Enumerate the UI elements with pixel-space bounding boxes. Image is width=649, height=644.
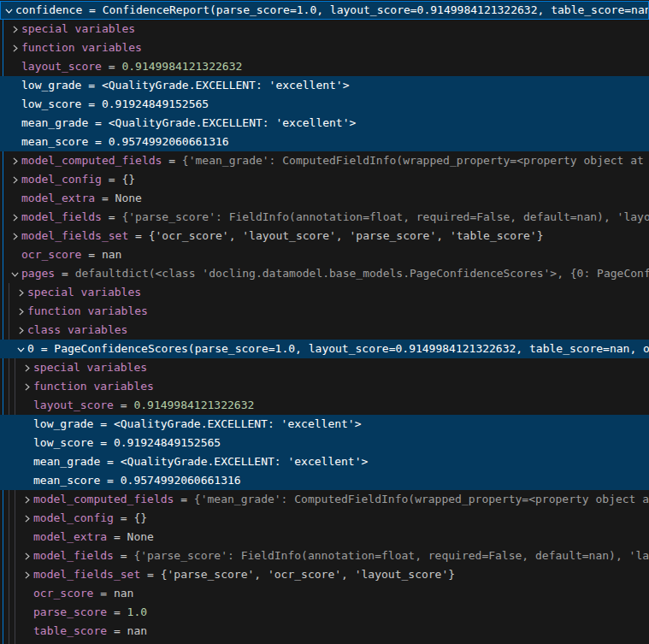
variable-name: mean_score: [33, 471, 100, 490]
chevron-right-icon[interactable]: [8, 170, 21, 189]
variable-row-model_config[interactable]: model_config = {}: [0, 170, 649, 189]
variable-row-model_config[interactable]: model_config = {}: [0, 509, 649, 528]
variable-value: 0.91924849152565: [114, 434, 221, 452]
chevron-right-icon[interactable]: [20, 509, 33, 528]
variable-name: low_score: [33, 434, 93, 452]
equals-sign: =: [107, 603, 127, 622]
variable-row-table_score[interactable]: table_score = nan: [0, 622, 649, 641]
variable-row-model_extra[interactable]: model_extra = None: [0, 189, 649, 208]
chevron-right-icon[interactable]: [8, 208, 21, 227]
variable-row-low_score[interactable]: low_score = 0.91924849152565: [0, 95, 649, 114]
variable-name: low_grade: [33, 415, 93, 434]
scope-row-function-variables[interactable]: function variables: [0, 377, 649, 396]
twistie-spacer: [20, 396, 33, 415]
variable-name: model_fields_set: [33, 565, 140, 584]
twistie-spacer: [8, 189, 21, 208]
chevron-right-icon[interactable]: [20, 377, 33, 396]
variable-name: pages: [21, 264, 55, 283]
variable-row-mean_score[interactable]: mean_score = 0.9574992060661316: [0, 133, 649, 151]
scope-row-special-variables[interactable]: special variables: [0, 20, 649, 38]
variable-row-model_fields_set[interactable]: model_fields_set = {'ocr_score', 'layout…: [0, 227, 649, 245]
variable-value: <QualityGrade.EXCELLENT: 'excellent'>: [121, 452, 369, 471]
chevron-right-icon[interactable]: [8, 227, 21, 245]
scope-row-class-variables[interactable]: class variables: [0, 321, 649, 340]
scope-row-special-variables[interactable]: special variables: [0, 358, 649, 377]
equals-sign: =: [81, 76, 101, 95]
chevron-right-icon[interactable]: [8, 20, 21, 38]
variable-name: model_config: [21, 170, 102, 189]
variable-row-layout_score[interactable]: layout_score = 0.9149984121322632: [0, 396, 649, 415]
variable-row-model_fields_set[interactable]: model_fields_set = {'parse_score', 'ocr_…: [0, 565, 649, 584]
chevron-down-icon[interactable]: [8, 264, 21, 283]
variable-name: ocr_score: [21, 245, 81, 264]
variable-row-confidence[interactable]: confidence = ConfidenceReport(parse_scor…: [0, 1, 649, 20]
variable-row-model_fields[interactable]: model_fields = {'parse_score': FieldInfo…: [0, 208, 649, 227]
chevron-right-icon[interactable]: [14, 302, 27, 321]
variable-value: {'parse_score', 'ocr_score', 'layout_sco…: [161, 565, 455, 584]
variable-name: mean_grade: [33, 452, 100, 471]
equals-sign: =: [88, 133, 108, 151]
variable-row-parse_score[interactable]: parse_score = 1.0: [0, 603, 649, 622]
variable-row-ocr_score[interactable]: ocr_score = nan: [0, 584, 649, 603]
variable-row-model_extra[interactable]: model_extra = None: [0, 528, 649, 547]
equals-sign: =: [162, 151, 181, 170]
equals-sign: =: [174, 490, 193, 509]
variable-row-mean_grade[interactable]: mean_grade = <QualityGrade.EXCELLENT: 'e…: [0, 452, 649, 471]
variable-row-layout_score[interactable]: layout_score = 0.9149984121322632: [0, 57, 649, 76]
chevron-right-icon[interactable]: [14, 321, 27, 340]
scope-label: special variables: [21, 20, 135, 38]
variable-name: mean_grade: [21, 114, 88, 133]
chevron-right-icon[interactable]: [20, 565, 33, 584]
variable-row-model_fields[interactable]: model_fields = {'parse_score': FieldInfo…: [0, 547, 649, 565]
chevron-right-icon[interactable]: [8, 151, 21, 170]
twistie-spacer: [8, 76, 21, 95]
variable-name: low_grade: [21, 76, 81, 95]
variable-row-pages[interactable]: pages = defaultdict(<class 'docling.data…: [0, 264, 649, 283]
equals-sign: =: [95, 189, 115, 208]
twistie-spacer: [20, 471, 33, 490]
scope-row-function-variables[interactable]: function variables: [0, 302, 649, 321]
variable-name: ocr_score: [33, 584, 93, 603]
variable-row-low_grade[interactable]: low_grade = <QualityGrade.EXCELLENT: 'ex…: [0, 415, 649, 434]
chevron-right-icon[interactable]: [14, 283, 27, 302]
variable-row-mean_grade[interactable]: mean_grade = <QualityGrade.EXCELLENT: 'e…: [0, 114, 649, 133]
scope-row-function-variables[interactable]: function variables: [0, 38, 649, 57]
variable-value: 0.9574992060661316: [109, 133, 229, 151]
scope-label: function variables: [27, 302, 148, 321]
equals-sign: =: [100, 471, 120, 490]
chevron-right-icon[interactable]: [20, 547, 33, 565]
scope-row-special-variables[interactable]: special variables: [0, 283, 649, 302]
equals-sign: =: [114, 547, 133, 565]
scope-label: function variables: [21, 38, 142, 57]
variable-value: <QualityGrade.EXCELLENT: 'excellent'>: [109, 114, 357, 133]
debug-variables-panel: confidence = ConfidenceReport(parse_scor…: [0, 0, 649, 644]
variable-name: model_config: [33, 509, 114, 528]
scope-label: special variables: [27, 283, 141, 302]
equals-sign: =: [88, 114, 108, 133]
equals-sign: =: [114, 396, 133, 415]
variable-row-low_grade[interactable]: low_grade = <QualityGrade.EXCELLENT: 'ex…: [0, 76, 649, 95]
chevron-right-icon[interactable]: [20, 490, 33, 509]
equals-sign: =: [34, 340, 54, 358]
variable-name: low_score: [21, 95, 81, 114]
variable-value: {}: [121, 170, 135, 189]
variable-row-0[interactable]: 0 = PageConfidenceScores(parse_score=1.0…: [0, 340, 649, 358]
equals-sign: =: [55, 264, 74, 283]
variable-row-ocr_score[interactable]: ocr_score = nan: [0, 245, 649, 264]
variable-value: {'parse_score': FieldInfo(annotation=flo…: [133, 547, 649, 565]
variable-value: 0.9574992060661316: [121, 471, 241, 490]
equals-sign: =: [128, 227, 148, 245]
chevron-down-icon[interactable]: [14, 340, 27, 358]
chevron-right-icon[interactable]: [20, 358, 33, 377]
variable-row-mean_score[interactable]: mean_score = 0.9574992060661316: [0, 471, 649, 490]
equals-sign: =: [107, 622, 127, 641]
variable-row-model_computed_fields[interactable]: model_computed_fields = {'mean_grade': C…: [0, 490, 649, 509]
twistie-spacer: [20, 452, 33, 471]
variable-row-model_computed_fields[interactable]: model_computed_fields = {'mean_grade': C…: [0, 151, 649, 170]
twistie-spacer: [20, 434, 33, 452]
variable-value: 0.91924849152565: [102, 95, 209, 114]
variable-row-low_score[interactable]: low_score = 0.91924849152565: [0, 434, 649, 452]
chevron-right-icon[interactable]: [8, 38, 21, 57]
equals-sign: =: [107, 528, 127, 547]
chevron-down-icon[interactable]: [2, 1, 15, 20]
